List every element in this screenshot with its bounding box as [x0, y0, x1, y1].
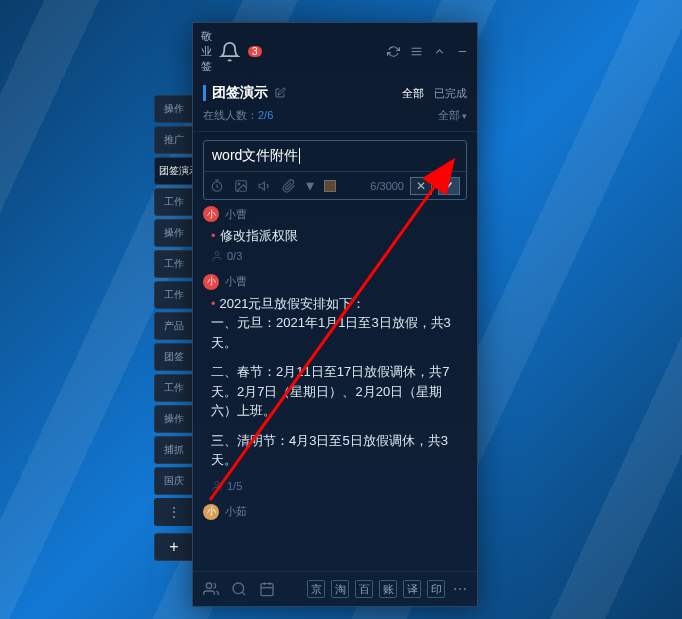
- sidebar-tab[interactable]: 工作: [154, 281, 194, 309]
- filter-done[interactable]: 已完成: [434, 86, 467, 101]
- footer-button[interactable]: 淘: [331, 580, 349, 598]
- note-item: 小 小茹: [203, 504, 467, 520]
- avatar: 小: [203, 274, 219, 290]
- sidebar: 操作 推广 团签演示 工作 操作 工作 工作 产品 团签 工作 操作 捕抓 国庆…: [154, 95, 194, 561]
- footer-button[interactable]: 京: [307, 580, 325, 598]
- filter-all[interactable]: 全部: [402, 86, 424, 101]
- page-title: 团签演示: [203, 84, 286, 102]
- sidebar-tab[interactable]: 推广: [154, 126, 194, 154]
- menu-icon[interactable]: [410, 45, 423, 58]
- content-area: word文件附件 ▾ 6/3000 ✕ ✓ 小: [193, 132, 477, 571]
- note-item: 小 小曹 •2021元旦放假安排如下： 一、元旦：2021年1月1日至3日放假，…: [203, 274, 467, 492]
- sidebar-tab[interactable]: 操作: [154, 95, 194, 123]
- input-toolbar: ▾ 6/3000 ✕ ✓: [204, 171, 466, 199]
- sidebar-tab[interactable]: 工作: [154, 188, 194, 216]
- footer-button[interactable]: 账: [379, 580, 397, 598]
- sidebar-more[interactable]: ⋮: [154, 498, 194, 526]
- svg-rect-13: [261, 584, 273, 596]
- image-icon[interactable]: [234, 179, 248, 193]
- bell-icon[interactable]: [219, 41, 240, 62]
- sync-icon[interactable]: [387, 45, 400, 58]
- app-name: 敬业签: [201, 29, 213, 74]
- note-meta: 0/3: [203, 250, 467, 262]
- person-icon: [211, 480, 223, 492]
- attachment-icon[interactable]: [282, 179, 296, 193]
- note-input-box: word文件附件 ▾ 6/3000 ✕ ✓: [203, 140, 467, 200]
- avatar: 小: [203, 504, 219, 520]
- filter-dropdown[interactable]: 全部▾: [438, 108, 467, 123]
- svg-point-6: [238, 183, 240, 185]
- sidebar-tab[interactable]: 操作: [154, 219, 194, 247]
- note-text[interactable]: •2021元旦放假安排如下： 一、元旦：2021年1月1日至3日放假，共3天。 …: [203, 294, 467, 470]
- svg-marker-7: [259, 181, 264, 189]
- cancel-button[interactable]: ✕: [410, 177, 432, 195]
- author-name: 小茹: [225, 504, 247, 519]
- sidebar-tab[interactable]: 工作: [154, 374, 194, 402]
- svg-line-12: [242, 592, 245, 595]
- minimize-icon[interactable]: [456, 45, 469, 58]
- sidebar-add-button[interactable]: +: [154, 533, 194, 561]
- svg-point-11: [233, 583, 244, 594]
- app-window: 敬业签 3 团签演示 全部 已完成 在线人数：2/6 全部▾: [192, 22, 478, 607]
- edit-icon[interactable]: [274, 87, 286, 99]
- sidebar-tab[interactable]: 操作: [154, 405, 194, 433]
- members-icon[interactable]: [203, 581, 219, 597]
- notification-badge: 3: [248, 46, 262, 57]
- footer-button[interactable]: 译: [403, 580, 421, 598]
- sidebar-tab[interactable]: 国庆: [154, 467, 194, 495]
- header: 团签演示 全部 已完成 在线人数：2/6 全部▾: [193, 80, 477, 132]
- char-count: 6/3000: [370, 180, 404, 192]
- svg-point-10: [206, 583, 211, 588]
- footer: 京 淘 百 账 译 印 ⋯: [193, 571, 477, 606]
- note-input[interactable]: word文件附件: [204, 141, 466, 171]
- author-name: 小曹: [225, 274, 247, 289]
- collapse-icon[interactable]: [433, 45, 446, 58]
- svg-point-9: [215, 481, 219, 485]
- footer-button[interactable]: 印: [427, 580, 445, 598]
- confirm-button[interactable]: ✓: [438, 177, 460, 195]
- author-name: 小曹: [225, 207, 247, 222]
- titlebar: 敬业签 3: [193, 23, 477, 80]
- sidebar-tab[interactable]: 产品: [154, 312, 194, 340]
- footer-button[interactable]: 百: [355, 580, 373, 598]
- sidebar-tab[interactable]: 捕抓: [154, 436, 194, 464]
- timer-icon[interactable]: [210, 179, 224, 193]
- audio-icon[interactable]: [258, 179, 272, 193]
- note-text[interactable]: •修改指派权限: [203, 226, 467, 246]
- online-count: 在线人数：2/6: [203, 108, 273, 123]
- note-meta: 1/5: [203, 480, 467, 492]
- calendar-icon[interactable]: [259, 581, 275, 597]
- person-icon: [211, 250, 223, 262]
- sidebar-tab[interactable]: 工作: [154, 250, 194, 278]
- color-swatch[interactable]: [324, 180, 336, 192]
- sidebar-tab-active[interactable]: 团签演示: [154, 157, 194, 185]
- note-item: 小 小曹 •修改指派权限 0/3: [203, 206, 467, 262]
- svg-point-8: [215, 251, 219, 255]
- sidebar-tab[interactable]: 团签: [154, 343, 194, 371]
- avatar: 小: [203, 206, 219, 222]
- search-icon[interactable]: [231, 581, 247, 597]
- footer-more[interactable]: ⋯: [453, 581, 467, 597]
